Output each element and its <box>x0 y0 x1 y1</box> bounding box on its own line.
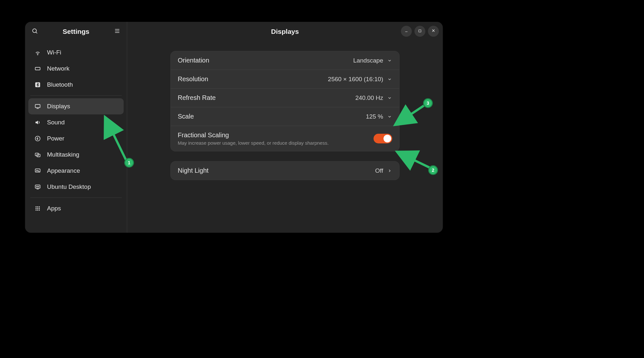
row-label: Resolution <box>178 75 208 83</box>
svg-point-17 <box>36 186 37 187</box>
sidebar-item-label: Sound <box>47 119 65 126</box>
close-icon <box>431 28 436 34</box>
multitasking-icon <box>34 151 41 158</box>
sidebar-separator <box>30 198 122 198</box>
apps-grid-icon <box>34 205 41 212</box>
svg-point-23 <box>39 206 40 207</box>
content-titlebar: Displays <box>127 22 443 41</box>
hamburger-menu-button[interactable] <box>111 26 123 37</box>
svg-rect-10 <box>35 104 40 108</box>
sidebar-item-label: Network <box>47 65 70 72</box>
sidebar-item-label: Apps <box>47 205 61 212</box>
row-value: 125 % <box>366 113 383 120</box>
sound-icon <box>34 119 41 126</box>
network-icon <box>34 65 41 72</box>
row-label: Night Light <box>178 167 209 174</box>
row-value: Landscape <box>353 57 383 64</box>
chevron-right-icon <box>387 168 392 173</box>
svg-point-24 <box>35 208 36 209</box>
sidebar-item-appearance[interactable]: Appearance <box>28 163 124 179</box>
sidebar-titlebar: Settings <box>25 22 127 41</box>
resolution-row[interactable]: Resolution 2560 × 1600 (16:10) <box>171 70 399 89</box>
row-label: Orientation <box>178 57 209 64</box>
row-label: Fractional Scaling <box>178 131 329 139</box>
row-label: Refresh Rate <box>178 94 216 102</box>
bluetooth-icon <box>34 81 41 88</box>
svg-point-18 <box>37 186 38 187</box>
sidebar-list: Wi-Fi Network Bluetooth <box>25 41 127 217</box>
svg-line-1 <box>36 32 37 34</box>
search-icon <box>32 28 38 35</box>
toggle-knob <box>384 135 391 142</box>
chevron-down-icon <box>387 95 392 101</box>
ubuntu-desktop-icon <box>34 183 41 190</box>
row-sublabel: May increase power usage, lower speed, o… <box>178 140 329 146</box>
orientation-row[interactable]: Orientation Landscape <box>171 51 399 70</box>
close-button[interactable] <box>428 26 439 37</box>
svg-point-21 <box>35 206 36 207</box>
night-light-row[interactable]: Night Light Off <box>171 161 399 180</box>
display-icon <box>34 103 41 110</box>
maximize-button[interactable] <box>414 26 425 37</box>
night-light-card: Night Light Off <box>170 161 400 180</box>
sidebar-item-network[interactable]: Network <box>28 61 124 77</box>
page-title: Displays <box>271 28 299 35</box>
minimize-button[interactable] <box>401 26 412 37</box>
sidebar-item-label: Appearance <box>47 167 80 174</box>
svg-point-26 <box>39 208 40 209</box>
svg-point-5 <box>37 54 38 55</box>
sidebar-item-label: Power <box>47 135 64 142</box>
svg-point-25 <box>37 208 38 209</box>
sidebar-item-ubuntu-desktop[interactable]: Ubuntu Desktop <box>28 179 124 195</box>
row-value: 2560 × 1600 (16:10) <box>328 76 383 83</box>
hamburger-icon <box>114 28 120 35</box>
row-value: Off <box>375 167 383 174</box>
maximize-icon <box>418 28 422 34</box>
sidebar-separator <box>30 95 122 96</box>
row-value: 240.00 Hz <box>355 94 383 102</box>
power-icon <box>34 135 41 142</box>
svg-point-0 <box>33 29 36 33</box>
sidebar-item-wifi[interactable]: Wi-Fi <box>28 44 124 61</box>
sidebar: Settings Wi-Fi <box>25 22 127 233</box>
chevron-down-icon <box>387 58 392 63</box>
content-pane: Displays Orientation <box>127 22 443 233</box>
fractional-scaling-row[interactable]: Fractional Scaling May increase power us… <box>171 126 399 151</box>
sidebar-item-displays[interactable]: Displays <box>28 98 124 114</box>
sidebar-item-label: Bluetooth <box>47 81 73 88</box>
sidebar-item-label: Displays <box>47 103 70 110</box>
svg-point-27 <box>35 209 36 210</box>
appearance-icon <box>34 167 41 174</box>
sidebar-title: Settings <box>41 28 111 35</box>
window-controls <box>401 26 439 37</box>
svg-rect-31 <box>419 30 421 32</box>
fractional-scaling-toggle[interactable] <box>374 134 392 143</box>
svg-point-19 <box>39 186 39 187</box>
refresh-rate-row[interactable]: Refresh Rate 240.00 Hz <box>171 89 399 107</box>
minimize-icon <box>404 28 409 34</box>
chevron-down-icon <box>387 114 392 119</box>
sidebar-item-sound[interactable]: Sound <box>28 114 124 131</box>
search-button[interactable] <box>29 26 41 37</box>
svg-point-22 <box>37 206 38 207</box>
settings-window: Settings Wi-Fi <box>25 22 443 233</box>
svg-point-29 <box>39 209 40 210</box>
sidebar-item-label: Wi-Fi <box>47 49 61 56</box>
sidebar-item-label: Ubuntu Desktop <box>47 183 91 190</box>
row-label: Scale <box>178 113 194 120</box>
sidebar-item-power[interactable]: Power <box>28 131 124 147</box>
sidebar-item-apps[interactable]: Apps <box>28 200 124 217</box>
scale-row[interactable]: Scale 125 % <box>171 107 399 126</box>
chevron-down-icon <box>387 77 392 82</box>
sidebar-item-label: Multitasking <box>47 151 79 158</box>
sidebar-item-multitasking[interactable]: Multitasking <box>28 147 124 163</box>
svg-point-28 <box>37 209 38 210</box>
sidebar-item-bluetooth[interactable]: Bluetooth <box>28 77 124 93</box>
display-settings-card: Orientation Landscape Resolution 2560 × … <box>170 51 400 151</box>
wifi-icon <box>34 49 41 56</box>
svg-rect-6 <box>35 67 40 70</box>
